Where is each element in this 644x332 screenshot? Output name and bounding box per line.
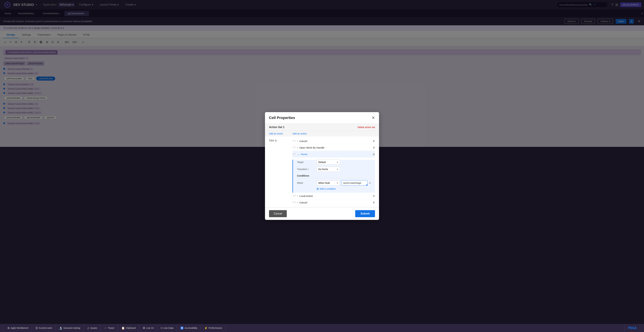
chevron-right-2[interactable]: › [297, 146, 298, 149]
when-rule-select[interactable]: When Rule [316, 180, 340, 185]
live-ui-icon: 🖥 [142, 326, 145, 329]
live-data-icon: ∞ [160, 326, 162, 329]
modal-footer: Cancel Submit [265, 207, 379, 220]
pega-logo: PEGA [628, 326, 636, 330]
transition-label: Transition ℹ [297, 168, 314, 171]
agile-workbench-icon: ⚙ [8, 326, 10, 330]
chevron-right-1[interactable]: › [297, 140, 298, 143]
chevron-right-5[interactable]: › [297, 201, 298, 204]
bottom-live-data[interactable]: ∞ Live Data [157, 324, 177, 332]
bottom-agile-workbench[interactable]: ⚙ Agile Workbench [4, 324, 32, 332]
tracer-icon: ↔ [104, 326, 107, 329]
issues-label: Issues [90, 327, 97, 329]
chevron-right-4[interactable]: › [297, 194, 298, 197]
transition-field-row: Transition ℹ Go home [297, 167, 371, 172]
bottom-performance[interactable]: ⚡ Performance [201, 324, 226, 332]
plus-circle-icon: ⊕ [316, 187, 319, 191]
clipboard-label: Clipboard [126, 327, 136, 329]
action-cancel-5-label: Cancel [299, 201, 371, 204]
action-set-label: Action Set 1 [269, 126, 284, 129]
action-row-cancel-1: ⠿⠿ › Cancel 🗑 [292, 138, 375, 144]
drag-handle-3[interactable]: ⠿⠿ [292, 153, 296, 156]
delete-action-set-link[interactable]: Delete action set [358, 126, 375, 129]
event-col: Click 🗑 [269, 136, 292, 207]
when-rule-select-wrapper: When Rule [316, 180, 340, 185]
live-ui-label: Live UI [146, 327, 154, 329]
delete-action-3-btn[interactable]: 🗑 [373, 153, 375, 156]
submit-btn[interactable]: Submit [355, 210, 375, 217]
transition-select-wrapper: Go home [316, 167, 340, 172]
modal-title: Cell Properties [269, 116, 295, 120]
agile-workbench-label: Agile Workbench [11, 327, 28, 329]
accessibility-icon: ♿ [180, 326, 184, 330]
target-select-wrapper: Default [316, 160, 340, 165]
drag-handle-2[interactable]: ⠿⠿ [292, 146, 296, 149]
rule-input[interactable] [341, 180, 368, 186]
tracer-label: Tracer [108, 327, 114, 329]
bottom-tracer[interactable]: ↔ Tracer [101, 324, 118, 332]
action-cancel-1-label: Cancel [299, 140, 371, 143]
action-col: ⠿⠿ › Cancel 🗑 ⠿⠿ › Open Work By Handle 🗑 [292, 136, 375, 207]
when-label: When [297, 180, 314, 184]
bottom-scenario-testing[interactable]: 🔬 Scenario testing [56, 324, 84, 332]
clipboard-icon: 📋 [122, 326, 125, 330]
action-row-home-header: ⠿⠿ ⌄ Home 🗑 [292, 151, 375, 158]
live-data-label: Live Data [163, 327, 173, 329]
bottom-bar: ⚙ Agile Workbench ☰ Current work 🔬 Scena… [0, 324, 644, 332]
action-row-cancel-5: ⠿⠿ › Cancel 🗑 [292, 199, 375, 206]
when-controls: When Rule ✕ [316, 180, 371, 191]
bottom-clipboard[interactable]: 📋 Clipboard [118, 324, 139, 332]
issues-icon: ⚠ [87, 326, 90, 330]
add-action-link[interactable]: Add an action [292, 132, 307, 135]
click-label: Click 🗑 [269, 139, 292, 142]
chevron-down-3[interactable]: ⌄ [297, 153, 299, 156]
transition-select[interactable]: Go home [316, 167, 340, 172]
rule-input-wrapper [341, 180, 368, 186]
scenario-testing-icon: 🔬 [59, 326, 62, 330]
add-condition-row: ⊕ Add a condition [316, 187, 371, 191]
modal-overlay: Cell Properties ✕ Action Set 1 Delete ac… [0, 0, 644, 332]
click-event-row: Click 🗑 ⠿⠿ › Cancel 🗑 ⠿⠿ › [265, 136, 379, 207]
target-select[interactable]: Default [316, 160, 340, 165]
action-set-header: Action Set 1 Delete action set [265, 124, 379, 131]
target-field-row: Target Default [297, 160, 371, 165]
delete-action-1-btn[interactable]: 🗑 [373, 140, 375, 142]
bottom-current-work[interactable]: ☰ Current work [32, 324, 56, 332]
drag-handle-5[interactable]: ⠿⠿ [292, 201, 296, 204]
modal-header: Cell Properties ✕ [265, 112, 379, 124]
current-work-label: Current work [39, 327, 52, 329]
drag-handle-1[interactable]: ⠿⠿ [292, 140, 296, 142]
target-label: Target [297, 161, 314, 163]
action-local-action-label: Local Action [299, 195, 371, 197]
conditions-label: Conditions [297, 174, 371, 178]
action-row-open-work: ⠿⠿ › Open Work By Handle 🗑 [292, 144, 375, 151]
delete-action-5-btn[interactable]: 🗑 [373, 201, 375, 204]
bottom-issues[interactable]: ⚠ Issues [84, 324, 100, 332]
cell-properties-modal: Cell Properties ✕ Action Set 1 Delete ac… [265, 112, 379, 220]
scenario-testing-label: Scenario testing [64, 327, 80, 329]
close-condition-btn[interactable]: ✕ [369, 181, 371, 185]
home-expanded-content: Target Default Transition ℹ [292, 160, 375, 193]
action-open-work-label: Open Work By Handle [299, 146, 371, 149]
modal-close-btn[interactable]: ✕ [372, 116, 375, 120]
pega-logo-item: PEGA [624, 324, 640, 332]
performance-label: Performance [209, 327, 222, 329]
action-row-home-expanded: ⠿⠿ ⌄ Home 🗑 Target [292, 151, 375, 193]
delete-action-4-btn[interactable]: 🗑 [373, 195, 375, 197]
accessibility-label: Accessibility [185, 327, 198, 329]
event-delete-icon[interactable]: 🗑 [275, 139, 277, 142]
when-rule-row: When Rule ✕ [316, 180, 371, 186]
bottom-live-ui[interactable]: 🖥 Live UI [139, 324, 157, 332]
action-row-local-action: ⠿⠿ › Local Action 🗑 [292, 193, 375, 199]
add-condition-link[interactable]: ⊕ Add a condition [316, 187, 371, 191]
action-home-label: Home [301, 153, 371, 156]
transition-info-icon[interactable]: ℹ [308, 168, 309, 171]
add-event-link[interactable]: Add an event [269, 132, 283, 135]
cancel-modal-btn[interactable]: Cancel [269, 210, 287, 217]
modal-body: Action Set 1 Delete action set Add an ev… [265, 124, 379, 207]
when-row: When When Rule [297, 180, 371, 191]
delete-action-2-btn[interactable]: 🗑 [373, 146, 375, 149]
drag-handle-4[interactable]: ⠿⠿ [292, 195, 296, 197]
performance-icon: ⚡ [204, 326, 208, 330]
bottom-accessibility[interactable]: ♿ Accessibility [177, 324, 201, 332]
